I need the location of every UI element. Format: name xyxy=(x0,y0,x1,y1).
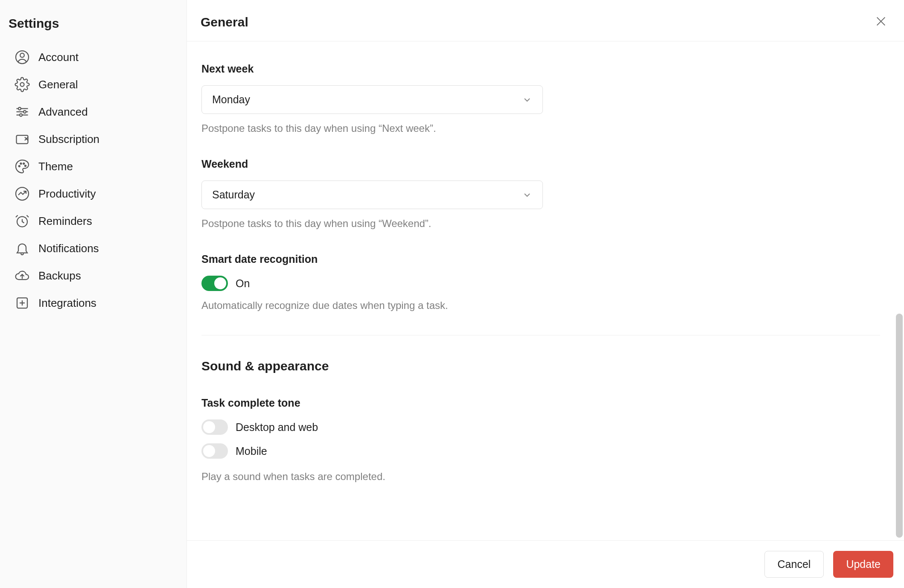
toggle-knob xyxy=(214,277,226,289)
weekend-label: Weekend xyxy=(201,158,880,170)
sidebar-item-label: Subscription xyxy=(38,133,99,146)
svg-point-2 xyxy=(20,83,24,87)
close-button[interactable] xyxy=(872,13,890,32)
sidebar-item-notifications[interactable]: Notifications xyxy=(9,235,178,262)
sidebar-item-theme[interactable]: Theme xyxy=(9,153,178,180)
toggle-knob xyxy=(203,421,215,433)
main-panel: General Next week Monday Postpone tasks … xyxy=(187,0,904,588)
task-complete-desktop-label: Desktop and web xyxy=(236,421,318,434)
svg-point-10 xyxy=(19,166,20,167)
sidebar-item-label: General xyxy=(38,78,78,91)
plus-box-icon xyxy=(15,295,30,311)
sidebar-title: Settings xyxy=(9,16,178,44)
svg-point-1 xyxy=(20,53,24,58)
sidebar-item-subscription[interactable]: Subscription xyxy=(9,125,178,153)
toggle-knob xyxy=(203,445,215,457)
main-header: General xyxy=(187,0,904,41)
svg-point-12 xyxy=(23,163,24,164)
task-complete-mobile-toggle[interactable] xyxy=(201,443,228,459)
sidebar-item-integrations[interactable]: Integrations xyxy=(9,289,178,317)
update-button[interactable]: Update xyxy=(833,551,893,578)
card-icon xyxy=(15,131,30,147)
svg-point-13 xyxy=(25,165,26,166)
chevron-down-icon xyxy=(522,95,532,105)
next-week-label: Next week xyxy=(201,63,880,75)
content-scroll[interactable]: Next week Monday Postpone tasks to this … xyxy=(187,41,904,540)
scrollbar-track[interactable] xyxy=(896,40,903,538)
cancel-button[interactable]: Cancel xyxy=(764,551,824,578)
sidebar-item-general[interactable]: General xyxy=(9,71,178,98)
next-week-help: Postpone tasks to this day when using “N… xyxy=(201,122,880,134)
weekend-help: Postpone tasks to this day when using “W… xyxy=(201,218,880,230)
smart-date-label: Smart date recognition xyxy=(201,253,880,265)
next-week-select[interactable]: Monday xyxy=(201,85,543,114)
sidebar-item-label: Productivity xyxy=(38,187,96,201)
scrollbar-thumb[interactable] xyxy=(896,314,903,538)
sidebar-item-label: Theme xyxy=(38,160,73,173)
sidebar-item-label: Integrations xyxy=(38,297,96,310)
sidebar-item-label: Account xyxy=(38,51,79,64)
sidebar-item-account[interactable]: Account xyxy=(9,44,178,71)
svg-point-6 xyxy=(18,108,21,110)
gear-icon xyxy=(15,77,30,92)
chevron-down-icon xyxy=(522,190,532,200)
svg-point-8 xyxy=(20,114,22,116)
task-complete-mobile-label: Mobile xyxy=(236,445,267,457)
svg-line-17 xyxy=(27,215,29,218)
sidebar-item-advanced[interactable]: Advanced xyxy=(9,98,178,125)
weekend-value: Saturday xyxy=(212,189,255,201)
footer: Cancel Update xyxy=(187,540,904,588)
svg-point-11 xyxy=(20,163,22,164)
weekend-select[interactable]: Saturday xyxy=(201,180,543,209)
person-icon xyxy=(15,49,30,65)
sidebar-item-productivity[interactable]: Productivity xyxy=(9,180,178,207)
sidebar-item-backups[interactable]: Backups xyxy=(9,262,178,289)
smart-date-help: Automatically recognize due dates when t… xyxy=(201,300,880,311)
sidebar-item-reminders[interactable]: Reminders xyxy=(9,207,178,235)
palette-icon xyxy=(15,159,30,174)
trend-icon xyxy=(15,186,30,201)
clock-icon xyxy=(15,213,30,229)
smart-date-toggle[interactable] xyxy=(201,276,228,291)
bell-icon xyxy=(15,241,30,256)
sidebar-item-label: Advanced xyxy=(38,105,88,119)
page-title: General xyxy=(201,15,248,29)
divider xyxy=(201,335,880,335)
sidebar-item-label: Notifications xyxy=(38,242,99,255)
sliders-icon xyxy=(15,104,30,119)
settings-sidebar: Settings Account General Advanced Subscr… xyxy=(0,0,187,588)
smart-date-state: On xyxy=(236,277,250,290)
cloud-icon xyxy=(15,268,30,283)
close-icon xyxy=(874,15,888,30)
task-complete-help: Play a sound when tasks are completed. xyxy=(201,471,880,483)
sidebar-item-label: Backups xyxy=(38,269,81,282)
sound-section-title: Sound & appearance xyxy=(201,359,880,373)
task-complete-label: Task complete tone xyxy=(201,397,880,409)
task-complete-desktop-toggle[interactable] xyxy=(201,419,228,435)
svg-line-16 xyxy=(16,215,18,218)
svg-point-7 xyxy=(23,111,26,113)
sidebar-item-label: Reminders xyxy=(38,215,92,228)
next-week-value: Monday xyxy=(212,93,250,106)
